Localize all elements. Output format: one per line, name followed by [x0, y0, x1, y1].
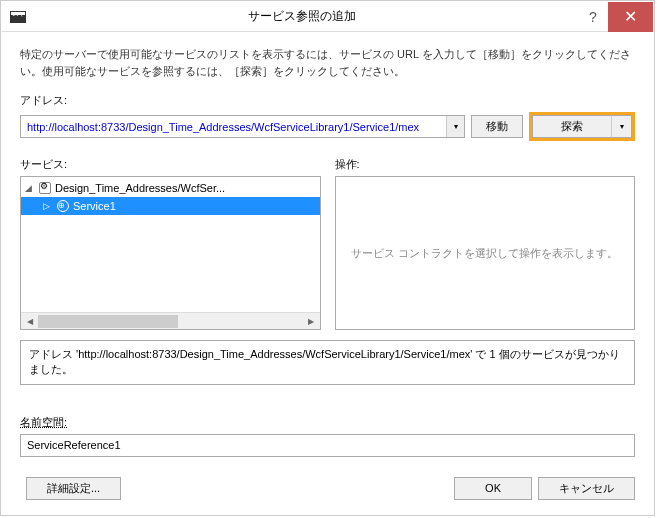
- operations-placeholder: サービス コントラクトを選択して操作を表示します。: [336, 177, 635, 329]
- expand-icon[interactable]: ▷: [43, 201, 53, 211]
- tree-item[interactable]: ▷ ⊕ Service1: [21, 197, 320, 215]
- namespace-label: 名前空間:: [20, 415, 635, 430]
- service-app-icon: [38, 182, 52, 194]
- app-icon: [10, 11, 26, 23]
- discover-highlight: 探索 ▾: [529, 112, 635, 141]
- services-label: サービス:: [20, 157, 321, 172]
- tree-item-label: Design_Time_Addresses/WcfSer...: [55, 182, 225, 194]
- expand-icon[interactable]: ◢: [25, 183, 35, 193]
- services-tree-box: ◢ Design_Time_Addresses/WcfSer... ▷ ⊕ Se…: [20, 176, 321, 330]
- operations-label: 操作:: [335, 157, 636, 172]
- dialog-description: 特定のサーバーで使用可能なサービスのリストを表示するには、サービスの URL を…: [20, 46, 635, 79]
- help-button[interactable]: ?: [578, 2, 608, 32]
- scroll-right-button[interactable]: ▶: [303, 313, 320, 329]
- dialog-title: サービス参照の追加: [26, 8, 578, 25]
- address-dropdown-button[interactable]: ▾: [446, 116, 464, 137]
- globe-icon: ⊕: [56, 200, 70, 212]
- horizontal-scrollbar[interactable]: ◀ ▶: [21, 312, 320, 329]
- scroll-thumb[interactable]: [38, 315, 178, 328]
- scroll-left-button[interactable]: ◀: [21, 313, 38, 329]
- status-text: アドレス 'http://localhost:8733/Design_Time_…: [20, 340, 635, 385]
- titlebar: サービス参照の追加 ? ✕: [2, 2, 653, 32]
- tree-item[interactable]: ◢ Design_Time_Addresses/WcfSer...: [21, 179, 320, 197]
- address-input[interactable]: [21, 116, 446, 137]
- chevron-down-icon: ▾: [454, 122, 458, 131]
- tree-item-label: Service1: [73, 200, 116, 212]
- operations-box: サービス コントラクトを選択して操作を表示します。: [335, 176, 636, 330]
- discover-button[interactable]: 探索: [532, 115, 612, 138]
- close-button[interactable]: ✕: [608, 2, 653, 32]
- go-button[interactable]: 移動: [471, 115, 523, 138]
- cancel-button[interactable]: キャンセル: [538, 477, 635, 500]
- advanced-button[interactable]: 詳細設定...: [26, 477, 121, 500]
- discover-dropdown-button[interactable]: ▾: [612, 115, 632, 138]
- ok-button[interactable]: OK: [454, 477, 532, 500]
- address-label: アドレス:: [20, 93, 635, 108]
- chevron-down-icon: ▾: [620, 122, 624, 131]
- namespace-input[interactable]: [20, 434, 635, 457]
